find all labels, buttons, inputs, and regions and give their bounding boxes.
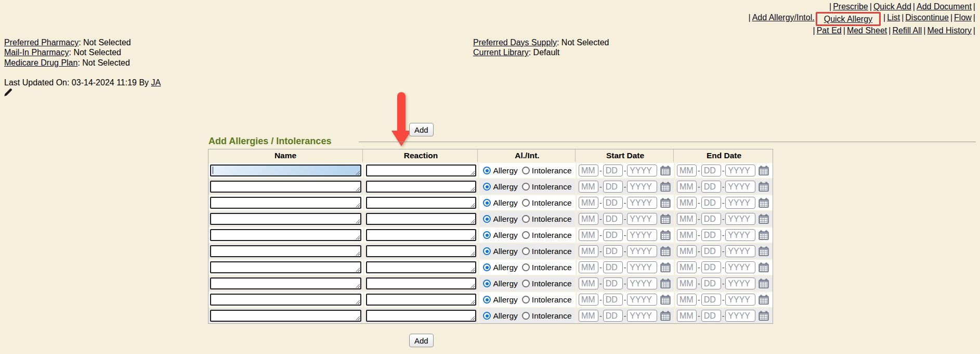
calendar-icon[interactable] [759, 214, 769, 224]
end-day-input[interactable] [701, 165, 721, 176]
allergy-radio[interactable] [483, 183, 491, 191]
reaction-input[interactable] [366, 213, 476, 225]
end-year-input[interactable] [725, 294, 755, 306]
start-year-input[interactable] [627, 229, 657, 241]
start-day-input[interactable] [603, 229, 623, 241]
intolerance-radio[interactable] [522, 263, 530, 271]
resize-grip-icon[interactable] [356, 284, 360, 288]
end-day-input[interactable] [701, 229, 721, 241]
resize-grip-icon[interactable] [356, 171, 360, 175]
end-year-input[interactable] [725, 261, 755, 273]
calendar-icon[interactable] [660, 246, 671, 256]
end-month-input[interactable] [677, 213, 697, 225]
allergy-name-input[interactable] [210, 181, 361, 193]
allergy-radio[interactable] [483, 263, 491, 271]
allergy-name-input[interactable] [210, 229, 361, 241]
resize-grip-icon[interactable] [471, 171, 475, 175]
start-month-input[interactable] [579, 277, 598, 289]
intolerance-radio[interactable] [522, 215, 530, 223]
nav-link-quick-add[interactable]: Quick Add [873, 2, 911, 11]
calendar-icon[interactable] [759, 230, 769, 240]
end-month-input[interactable] [677, 165, 697, 176]
resize-grip-icon[interactable] [471, 235, 475, 239]
end-month-input[interactable] [677, 229, 697, 241]
resize-grip-icon[interactable] [356, 316, 360, 320]
calendar-icon[interactable] [759, 182, 769, 192]
start-month-input[interactable] [579, 261, 598, 273]
calendar-icon[interactable] [660, 198, 671, 208]
start-month-input[interactable] [579, 310, 598, 322]
resize-grip-icon[interactable] [356, 251, 360, 256]
allergy-name-input[interactable] [210, 310, 361, 322]
intolerance-radio[interactable] [522, 199, 530, 207]
calendar-icon[interactable] [759, 279, 769, 288]
calendar-icon[interactable] [660, 214, 671, 224]
resize-grip-icon[interactable] [471, 300, 475, 304]
calendar-icon[interactable] [759, 262, 769, 272]
allergy-radio[interactable] [483, 247, 491, 255]
intolerance-radio[interactable] [522, 312, 530, 320]
pencil-icon[interactable] [4, 87, 13, 97]
start-day-input[interactable] [603, 165, 623, 176]
info-link-current-library[interactable]: Current Library [473, 48, 529, 57]
add-button-top[interactable]: Add [409, 123, 434, 136]
calendar-icon[interactable] [660, 182, 671, 192]
start-year-input[interactable] [627, 261, 657, 273]
resize-grip-icon[interactable] [471, 268, 475, 272]
resize-grip-icon[interactable] [356, 187, 360, 191]
allergy-name-input[interactable] [210, 197, 361, 209]
resize-grip-icon[interactable] [356, 268, 360, 272]
start-day-input[interactable] [603, 197, 623, 209]
resize-grip-icon[interactable] [471, 316, 475, 320]
reaction-input[interactable] [366, 165, 476, 176]
nav-link-discontinue[interactable]: Discontinue [905, 13, 949, 22]
start-day-input[interactable] [603, 277, 623, 289]
updated-by-link[interactable]: JA [151, 78, 161, 87]
end-year-input[interactable] [725, 181, 755, 193]
resize-grip-icon[interactable] [471, 187, 475, 191]
info-link-mail-in-pharmacy[interactable]: Mail-In Pharmacy [4, 48, 69, 57]
end-day-input[interactable] [701, 245, 721, 257]
allergy-name-input[interactable] [210, 165, 361, 176]
end-year-input[interactable] [725, 229, 755, 241]
end-month-input[interactable] [677, 294, 697, 306]
allergy-name-input[interactable] [210, 277, 361, 289]
calendar-icon[interactable] [759, 295, 769, 305]
nav-link-pat-ed[interactable]: Pat Ed [817, 26, 842, 35]
calendar-icon[interactable] [759, 166, 769, 175]
calendar-icon[interactable] [660, 311, 671, 321]
resize-grip-icon[interactable] [471, 251, 475, 256]
intolerance-radio[interactable] [522, 247, 530, 255]
end-year-input[interactable] [725, 277, 755, 289]
nav-link-refill-all[interactable]: Refill All [892, 26, 922, 35]
allergy-radio[interactable] [483, 199, 491, 207]
start-month-input[interactable] [579, 181, 598, 193]
allergy-radio[interactable] [483, 312, 491, 320]
start-day-input[interactable] [603, 181, 623, 193]
start-year-input[interactable] [627, 277, 657, 289]
reaction-input[interactable] [366, 245, 476, 257]
intolerance-radio[interactable] [522, 167, 530, 174]
allergy-radio[interactable] [483, 280, 491, 287]
nav-link-med-history[interactable]: Med History [927, 26, 971, 35]
reaction-input[interactable] [366, 277, 476, 289]
reaction-input[interactable] [366, 310, 476, 322]
nav-link-add-document[interactable]: Add Document [917, 2, 972, 11]
start-day-input[interactable] [603, 245, 623, 257]
calendar-icon[interactable] [660, 279, 671, 288]
calendar-icon[interactable] [660, 262, 671, 272]
calendar-icon[interactable] [660, 230, 671, 240]
start-day-input[interactable] [603, 310, 623, 322]
resize-grip-icon[interactable] [356, 203, 360, 207]
nav-link-prescribe[interactable]: Prescribe [833, 2, 868, 11]
calendar-icon[interactable] [759, 198, 769, 208]
info-link-medicare-drug-plan[interactable]: Medicare Drug Plan [4, 58, 77, 67]
start-day-input[interactable] [603, 294, 623, 306]
intolerance-radio[interactable] [522, 280, 530, 287]
end-year-input[interactable] [725, 213, 755, 225]
start-month-input[interactable] [579, 245, 598, 257]
end-day-input[interactable] [701, 277, 721, 289]
end-month-input[interactable] [677, 310, 697, 322]
start-month-input[interactable] [579, 197, 598, 209]
reaction-input[interactable] [366, 181, 476, 193]
